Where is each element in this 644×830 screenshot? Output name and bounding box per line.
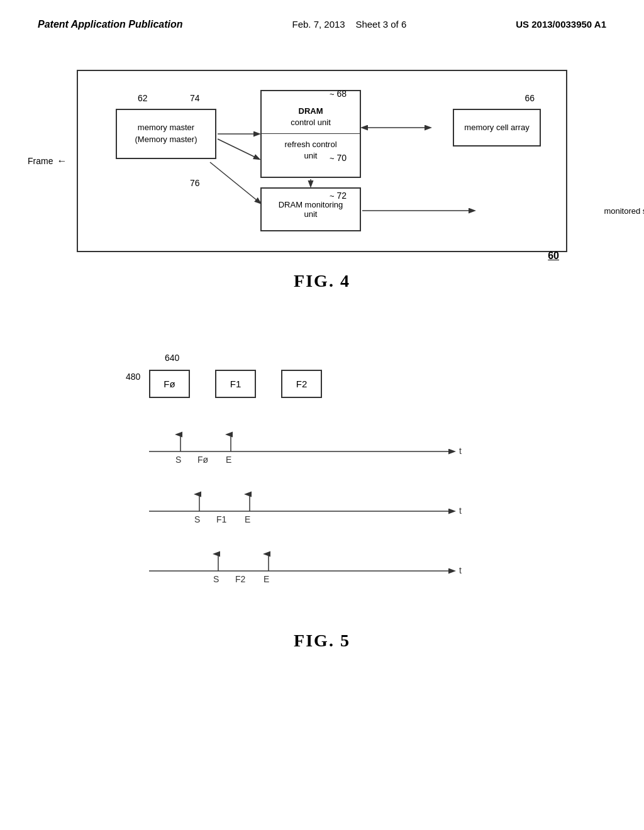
frame-label: Frame ← [28, 155, 67, 167]
svg-line-5 [218, 139, 259, 159]
svg-text:S: S [194, 514, 200, 524]
svg-line-3 [210, 162, 260, 203]
fig4-section: Frame ← memory master (Memory master) DR… [0, 32, 644, 310]
monitored-state-label: monitored state [604, 206, 644, 216]
svg-text:S: S [213, 574, 219, 584]
svg-text:E: E [226, 455, 231, 465]
svg-text:S: S [175, 455, 181, 465]
fig4-caption: FIG. 4 [38, 271, 606, 291]
fig4-outer-box: Frame ← memory master (Memory master) DR… [77, 70, 567, 252]
publication-label: Patent Application Publication [38, 18, 183, 31]
fig5-section: 640 480 Fø F1 F2 [0, 341, 644, 651]
svg-text:t: t [459, 506, 462, 516]
label-68: ~ 68 [330, 89, 347, 99]
svg-text:Fø: Fø [197, 455, 209, 465]
svg-text:t: t [459, 565, 462, 575]
page-header: Patent Application Publication Feb. 7, 2… [0, 0, 644, 32]
fig4-diagram: Frame ← memory master (Memory master) DR… [38, 70, 606, 252]
svg-text:E: E [264, 574, 269, 584]
label-76: 76 [190, 178, 200, 188]
svg-text:F2: F2 [235, 574, 246, 584]
memory-cell-box: memory cell array [453, 109, 541, 147]
label-66: 66 [525, 93, 535, 103]
dram-control-box: DRAM control unit refresh control unit [260, 90, 361, 178]
svg-text:F1: F1 [216, 514, 227, 524]
fig5-caption: FIG. 5 [38, 631, 606, 651]
svg-text:t: t [459, 446, 462, 456]
frame-arrow-icon: ← [57, 155, 67, 167]
label-60: 60 [548, 250, 559, 262]
svg-text:E: E [245, 514, 250, 524]
label-72: ~ 72 [330, 191, 347, 201]
label-70: ~ 70 [330, 153, 347, 163]
memory-master-box: memory master (Memory master) [116, 109, 216, 159]
label-74: 74 [190, 93, 200, 103]
date-sheet: Feb. 7, 2013 Sheet 3 of 6 [292, 18, 406, 32]
fig5-timelines: S Fø E t S F1 E t S F2 [108, 341, 536, 618]
label-62: 62 [138, 93, 148, 103]
patent-number: US 2013/0033950 A1 [516, 18, 606, 32]
fig5-diagram-container: 640 480 Fø F1 F2 [38, 341, 606, 618]
